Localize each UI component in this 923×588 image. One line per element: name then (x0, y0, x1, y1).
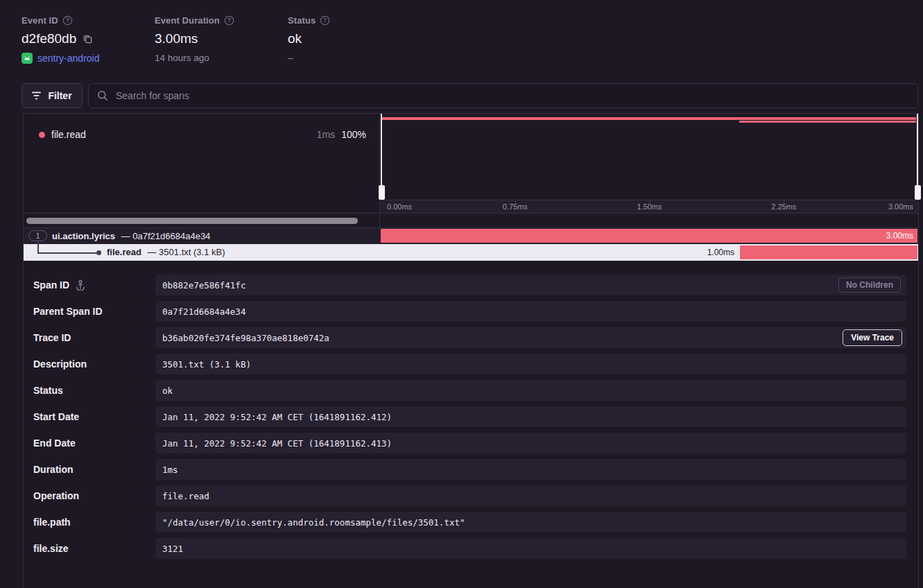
op-name: file.read (51, 129, 86, 140)
detail-label-text: file.path (33, 517, 71, 528)
span-minimap: file.read 1ms 100% 0.00ms 0.75ms 1.50ms (24, 114, 918, 213)
detail-value-text: 0a7f21d6684a4e34 (162, 306, 245, 317)
detail-value-text: "/data/user/0/io.sentry.android.roomsamp… (162, 517, 465, 528)
ops-breakdown-panel: file.read 1ms 100% (24, 114, 380, 213)
android-platform-icon (21, 53, 33, 64)
detail-label: Parent Span ID (33, 306, 155, 317)
detail-row: Span ID0b882e7e586f41fcNo Children (33, 275, 906, 295)
event-id-label: Event ID ? (21, 15, 100, 26)
detail-label: Span ID (33, 279, 155, 291)
event-duration-ago: 14 hours ago (155, 53, 209, 63)
status-value: ok (288, 31, 302, 46)
detail-label-text: Trace ID (33, 332, 71, 343)
detail-row: Description3501.txt (3.1 kB) (33, 354, 906, 374)
detail-row: Statusok (33, 380, 906, 401)
event-id-value-row: d2fe80db (21, 31, 100, 46)
event-duration-value: 3.00ms (155, 31, 198, 46)
detail-label: End Date (33, 438, 155, 449)
detail-row: Duration1ms (33, 459, 906, 480)
span-search[interactable] (88, 83, 918, 108)
detail-value-text: file.read (162, 491, 209, 501)
detail-value: b36ab020fe374fe98a370ae818e0742aView Tra… (155, 327, 906, 348)
minimap-right-handle[interactable] (917, 114, 918, 200)
tree-connector (37, 252, 96, 254)
detail-value: "/data/user/0/io.sentry.android.roomsamp… (155, 512, 906, 533)
detail-value-text: Jan 11, 2022 9:52:42 AM CET (1641891162.… (162, 412, 392, 422)
detail-value: 3501.txt (3.1 kB) (155, 354, 906, 374)
search-icon (97, 90, 108, 101)
detail-label: Duration (33, 464, 155, 475)
span-description: — 0a7f21d6684a4e34 (121, 231, 211, 241)
span-title: file.read — 3501.txt (3.1 kB) (107, 244, 225, 261)
detail-value: Jan 11, 2022 9:52:42 AM CET (1641891162.… (155, 433, 906, 453)
detail-label: Operation (33, 490, 155, 501)
tree-connector-dot (96, 250, 101, 255)
event-duration-label-text: Event Duration (155, 15, 220, 26)
span-duration-label: 3.00ms (886, 229, 913, 243)
axis-tick-label: 1.50ms (637, 202, 662, 211)
span-row-selected[interactable]: file.read — 3501.txt (3.1 kB) 1.00ms (24, 244, 918, 261)
anchor-icon[interactable] (75, 279, 86, 291)
timeline-axis: 0.00ms 0.75ms 1.50ms 2.25ms 3.00ms (381, 200, 918, 213)
axis-tick-label: 2.25ms (771, 202, 796, 211)
tree-scroll-strip (24, 213, 918, 228)
detail-label-text: Start Date (33, 411, 79, 422)
span-row-transaction[interactable]: 1 ui.action.lyrics — 0a7f21d6684a4e34 3.… (24, 228, 918, 244)
detail-value: 0b882e7e586f41fcNo Children (155, 275, 906, 295)
copy-icon[interactable] (83, 34, 93, 44)
detail-label-text: Description (33, 358, 87, 370)
filter-button[interactable]: Filter (21, 83, 83, 108)
status-label-text: Status (288, 15, 316, 26)
search-input[interactable] (114, 89, 909, 102)
minimap-left-handle[interactable] (381, 114, 382, 200)
detail-label-text: file.size (33, 543, 69, 554)
help-icon[interactable]: ? (62, 15, 73, 26)
horizontal-scrollbar[interactable] (26, 218, 358, 224)
detail-row: file.size3121 (33, 538, 906, 559)
detail-label: Trace ID (33, 332, 155, 343)
detail-label: Start Date (33, 411, 155, 422)
op-duration: 1ms (317, 129, 335, 140)
detail-label-text: Duration (33, 464, 74, 475)
detail-label: file.path (33, 517, 155, 528)
view-trace-button[interactable]: View Trace (843, 329, 902, 346)
op-color-dot (39, 132, 45, 138)
span-details: Span ID0b882e7e586f41fcNo ChildrenParent… (24, 261, 918, 564)
detail-row: Start DateJan 11, 2022 9:52:42 AM CET (1… (33, 406, 906, 427)
detail-value: 0a7f21d6684a4e34 (155, 301, 906, 322)
detail-label-text: Span ID (33, 279, 69, 291)
right-handle-grip[interactable] (915, 185, 921, 200)
event-duration-column: Event Duration ? 3.00ms 14 hours ago (155, 15, 234, 63)
status-label: Status ? (288, 15, 330, 26)
ops-legend-item[interactable]: file.read 1ms 100% (24, 114, 379, 140)
detail-row: End DateJan 11, 2022 9:52:42 AM CET (164… (33, 433, 906, 453)
help-icon[interactable]: ? (320, 15, 330, 26)
detail-row: Trace IDb36ab020fe374fe98a370ae818e0742a… (33, 327, 906, 348)
axis-tick-label: 3.00ms (888, 202, 913, 211)
status-column: Status ? ok – (288, 15, 330, 63)
span-op: file.read (107, 247, 141, 257)
child-count-pill[interactable]: 1 (28, 230, 47, 241)
detail-value: ok (155, 380, 906, 401)
span-duration-bar: 3.00ms (381, 229, 917, 243)
project-link[interactable]: sentry-android (37, 53, 100, 64)
detail-label-text: End Date (33, 438, 76, 449)
detail-label: file.size (33, 543, 155, 554)
span-description: — 3501.txt (3.1 kB) (147, 247, 225, 257)
span-detail-page: Event ID ? d2fe80db sentry-android (0, 0, 923, 588)
detail-value-text: Jan 11, 2022 9:52:42 AM CET (1641891162.… (162, 438, 392, 449)
minimap-chart[interactable] (381, 114, 918, 200)
filter-button-label: Filter (48, 90, 71, 101)
detail-value: 1ms (155, 459, 906, 480)
left-handle-grip[interactable] (379, 185, 385, 200)
detail-row: Operationfile.read (33, 485, 906, 506)
span-duration-label: 1.00ms (681, 244, 734, 261)
svg-text:?: ? (66, 17, 69, 24)
help-icon[interactable]: ? (224, 15, 234, 26)
minimap-span-bar (739, 121, 916, 123)
svg-text:?: ? (227, 17, 231, 24)
no-children-badge: No Children (838, 277, 901, 293)
op-percent: 100% (341, 129, 366, 140)
event-id-value: d2fe80db (21, 31, 76, 46)
detail-value: Jan 11, 2022 9:52:42 AM CET (1641891162.… (155, 406, 906, 427)
